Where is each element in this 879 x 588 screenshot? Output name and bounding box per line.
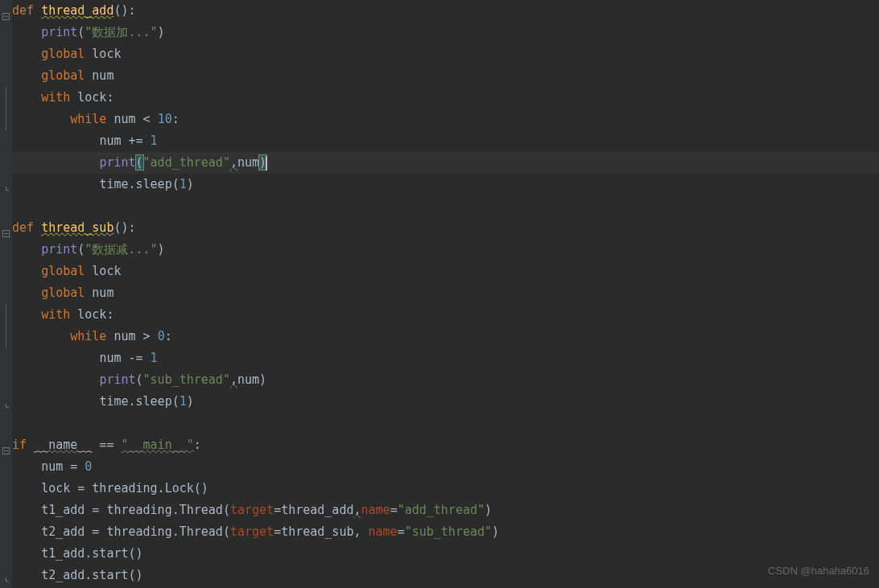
token-ident: num [92,286,113,300]
token-punct: : [165,329,172,343]
code-line[interactable]: global num [12,282,879,304]
token-kw: if [12,438,34,452]
token-ident: lock [92,47,121,61]
token-punct: ( [136,372,143,387]
token-ident: num [237,155,259,170]
code-line[interactable]: num += 1 [12,130,879,152]
fold-marker-icon[interactable] [2,181,10,188]
fold-marker-icon[interactable] [2,398,10,405]
token-param: name [361,503,390,517]
code-line[interactable]: while num < 10: [12,109,879,130]
token-builtin: print [99,372,135,387]
token-ident: t1_add = threading.Thread( [41,503,230,517]
token-num: 1 [151,351,158,365]
code-line[interactable]: t1_add.start() [12,543,879,565]
token-punct: (): [113,3,135,18]
code-line[interactable]: print("数据减...") [12,239,879,261]
token-punct: : [194,438,201,452]
token-fn: thread_sub [41,220,113,235]
code-editor[interactable]: def thread_add(): print("数据加...") global… [12,0,879,586]
code-line[interactable]: global lock [12,261,879,282]
code-line[interactable]: time.sleep(1) [12,174,879,195]
token-punct: , [353,503,361,517]
code-line[interactable] [12,413,879,434]
token-punct: ) [157,25,164,39]
fold-marker-icon[interactable] [2,7,10,14]
fold-marker-icon[interactable] [2,326,10,347]
code-line[interactable]: if __name__ == "__main__": [12,434,879,456]
token-punct: < [143,112,158,126]
code-line[interactable]: t2_add.start() [12,565,879,586]
token-punct: > [143,329,158,343]
token-ident: num [113,329,142,343]
token-param: name [369,524,398,539]
token-num: 10 [158,112,172,126]
token-ident: time.sleep( [99,394,179,409]
token-punct: ( [77,25,85,39]
cursor [266,156,267,171]
token-punct: ) [485,503,492,517]
token-punct: ) [492,524,499,539]
token-str: "sub_thread" [143,372,230,387]
code-line[interactable]: global num [12,65,879,87]
code-line[interactable]: t1_add = threading.Thread(target=thread_… [12,500,879,521]
token-str: "sub_thread" [405,524,492,539]
token-ident: =thread_add [274,503,353,517]
token-ident: t2_add.start() [41,568,142,582]
token-kw: def [12,220,41,235]
token-num: 1 [180,394,187,409]
token-ident: num [113,112,142,126]
token-str: "数据减..." [85,242,157,257]
code-line[interactable]: global lock [12,43,879,65]
token-num: 1 [180,177,187,191]
fold-marker-icon[interactable] [2,442,10,449]
token-num: 1 [151,134,158,148]
fold-marker-icon[interactable] [2,304,10,326]
code-line[interactable]: while num > 0: [12,326,879,347]
fold-marker-icon[interactable] [2,224,10,232]
code-line[interactable]: num = 0 [12,456,879,478]
fold-marker-icon[interactable] [2,109,10,130]
token-kw: while [70,112,113,126]
token-ident: lock: [77,307,113,322]
code-line[interactable]: num -= 1 [12,347,879,369]
token-ident: t1_add.start() [41,546,142,561]
code-line[interactable]: print("sub_thread",num) [12,369,879,391]
watermark: CSDN @hahaha6016 [768,560,869,582]
token-str: "__main__" [121,438,193,452]
token-ident: num) [237,372,266,387]
code-line[interactable]: with lock: [12,87,879,109]
code-line[interactable]: def thread_sub(): [12,217,879,239]
token-ident: num += [99,134,150,148]
token-str: "数据加..." [85,25,157,39]
token-punct: , [230,155,237,170]
token-num: 0 [158,329,165,343]
token-str: "add_thread" [398,503,485,517]
code-line[interactable]: lock = threading.Lock() [12,478,879,500]
token-punct: ) [157,242,164,257]
token-ident: lock [92,264,121,278]
token-kw: global [41,264,92,278]
token-num: 0 [85,459,92,474]
token-ident: lock = threading.Lock() [41,481,208,495]
code-line[interactable]: def thread_add(): [12,0,879,22]
code-line[interactable]: print("数据加...") [12,22,879,43]
code-line[interactable] [12,195,879,217]
token-builtin: print [99,155,135,170]
code-line[interactable]: print("add_thread",num) [12,152,879,174]
token-ident: time.sleep( [99,177,179,191]
fold-marker-icon[interactable] [2,572,10,579]
token-builtin: print [41,242,77,257]
token-kw: global [41,47,92,61]
token-param: target [230,503,274,517]
token-kw: global [41,286,92,300]
token-punct: ) [187,394,194,409]
code-line[interactable]: time.sleep(1) [12,391,879,413]
code-line[interactable]: with lock: [12,304,879,326]
token-ident: =thread_sub, [274,524,368,539]
code-line[interactable]: t2_add = threading.Thread(target=thread_… [12,521,879,543]
token-ident: num = [41,459,85,474]
token-punct: ) [187,177,194,191]
fold-marker-icon[interactable] [2,87,10,109]
token-punct: (): [113,220,135,235]
